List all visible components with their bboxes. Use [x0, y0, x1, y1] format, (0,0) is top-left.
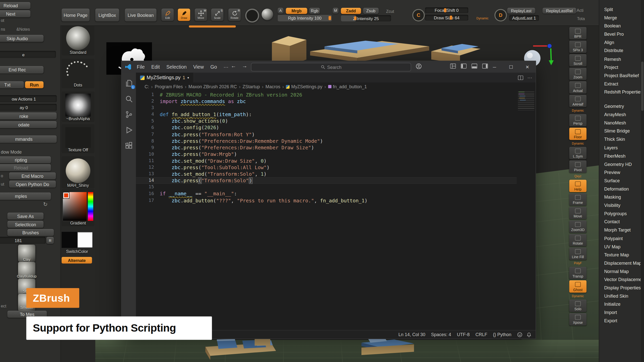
notifications-bell-icon[interactable] — [527, 332, 532, 337]
secondary-color-swatch[interactable] — [77, 232, 93, 248]
code-line[interactable]: 3 — [136, 105, 516, 111]
panel-menu-item[interactable]: Redshift Properties — [599, 88, 641, 96]
code-line[interactable]: 10 zbc.press("Draw:Mrgb") — [136, 151, 516, 158]
draw-size-slider[interactable]: Draw Size 64 — [425, 15, 468, 21]
zcut-button[interactable]: Zcut — [386, 9, 394, 14]
texture-selector[interactable]: Texture Off — [62, 124, 95, 153]
update-button[interactable]: odate — [0, 121, 57, 128]
code-line[interactable]: 12 zbc.press("Tool:SubTool:All Low") — [136, 164, 516, 171]
shelf-button[interactable]: BPR — [569, 27, 587, 39]
panel-menu-item[interactable]: Contact — [599, 218, 641, 226]
refresh-icon[interactable]: ↻ — [43, 201, 48, 207]
replay-last-button[interactable]: ReplayLast — [507, 8, 535, 14]
panel-menu-item[interactable]: ArrayMesh — [599, 110, 641, 119]
panel-menu-item[interactable]: Geometry — [599, 102, 641, 111]
code-editor[interactable]: 1# ZBRUSH MACRO - Recorded in ZBrush ver… — [136, 91, 536, 330]
panel-menu-item[interactable]: Thick Skin — [599, 135, 641, 144]
status-item[interactable]: Ln 14, Col 30 — [398, 332, 425, 337]
panel-menu-item[interactable]: Visibility — [599, 201, 641, 209]
switchcolor-label[interactable]: SwitchColor — [66, 249, 88, 254]
breadcrumb-item[interactable]: Program Files — [155, 84, 188, 89]
next-button[interactable]: Next — [0, 10, 30, 17]
menu-item[interactable]: Edit — [148, 63, 163, 70]
shelf-button[interactable]: AAHalf — [569, 95, 587, 107]
menu-item[interactable]: Selection — [164, 63, 189, 70]
reload-button[interactable]: Reload — [0, 2, 30, 9]
focal-shift-handle[interactable] — [444, 8, 447, 12]
partial-slider-e[interactable]: e — [0, 51, 56, 58]
panel-menu-item[interactable]: Distribute — [599, 47, 641, 55]
color-picker[interactable]: Gradient — [62, 189, 95, 226]
forward-arrow[interactable]: → — [242, 63, 247, 69]
txt-button[interactable]: Txt — [0, 81, 24, 88]
vscode-titlebar[interactable]: FileEditSelectionViewGo··· ← → Search ─ … — [122, 61, 536, 73]
code-line[interactable]: 7 zbc.press("Transform:Rot Y") — [136, 131, 516, 138]
actions-slider[interactable]: ow Actions 1 — [0, 95, 57, 102]
panel-menu-item[interactable]: Polypaint — [599, 234, 641, 242]
breadcrumb-item[interactable]: Maxon ZBrush 2026 RC — [188, 84, 243, 89]
shelf-button[interactable]: Dynamic — [569, 294, 587, 298]
panel-menu-item[interactable]: NanoMesh — [599, 119, 641, 127]
maximize-button[interactable]: ☐ — [503, 61, 519, 73]
lightbox-button[interactable]: LightBox — [95, 9, 119, 21]
rotate-tool-button[interactable]: R Rotate — [228, 9, 241, 21]
menu-item[interactable]: Go — [208, 63, 220, 70]
back-arrow[interactable]: ← — [231, 63, 236, 69]
code-line[interactable]: 5 zbc.show_actions(0) — [136, 118, 516, 124]
shelf-button[interactable]: Ghost — [569, 280, 587, 293]
shelf-button[interactable]: Zoom — [569, 68, 587, 80]
z-intensity-slider[interactable]: Z Intensity 25 — [341, 15, 391, 21]
code-line[interactable]: 4def fn_add_button_1(item_path): — [136, 111, 516, 118]
edit-tool-button[interactable]: Edit — [162, 9, 174, 21]
a-button[interactable]: A — [278, 8, 284, 14]
breadcrumb-item[interactable]: C: — [145, 84, 155, 89]
shelf-button[interactable]: Frame — [569, 193, 587, 206]
stroke-selector[interactable]: Dots — [62, 59, 95, 88]
status-item[interactable]: CRLF — [475, 332, 487, 337]
panel-menu-item[interactable]: Initialize — [599, 300, 641, 308]
close-button[interactable]: ✕ — [519, 61, 536, 73]
run-debug-icon[interactable] — [124, 125, 134, 135]
shelf-button[interactable]: Scroll — [569, 54, 587, 67]
m-button[interactable]: M — [333, 8, 338, 14]
minimap[interactable] — [518, 92, 534, 110]
shelf-button[interactable]: Move — [569, 207, 587, 219]
shelf-button[interactable]: Qxyz — [569, 174, 587, 178]
explorer-icon[interactable]: 1 — [124, 78, 134, 88]
home-page-button[interactable]: Home Page — [62, 9, 90, 21]
menu-item[interactable]: View — [190, 63, 207, 70]
panel-menu-item[interactable]: Split — [599, 5, 641, 14]
breadcrumb-item[interactable]: Macros — [265, 84, 286, 89]
status-item[interactable]: UTF-8 — [457, 332, 470, 337]
color-picker-area[interactable] — [63, 192, 93, 221]
code-line[interactable]: 2import zbrush.commands as zbc — [136, 98, 516, 105]
editor-tab[interactable]: MyZSettings.py 1 ● — [136, 73, 194, 82]
extensions-icon[interactable] — [124, 141, 134, 151]
code-line[interactable]: 1# ZBRUSH MACRO - Recorded in ZBrush ver… — [136, 92, 516, 98]
rgb-button[interactable]: Rgb — [309, 8, 320, 14]
shelf-button[interactable]: L.Sym — [569, 147, 587, 159]
draw-size-handle[interactable] — [450, 16, 452, 20]
status-item[interactable]: Spaces: 4 — [431, 332, 451, 337]
material-selector[interactable]: MAH_Shiny — [62, 156, 95, 188]
code-line[interactable]: 16if __name__ == "__main__": — [136, 191, 516, 197]
shelf-button[interactable]: Actual — [569, 81, 587, 94]
end-macro-button[interactable]: End Macro — [9, 172, 56, 179]
panel-menu-item[interactable]: Remesh — [599, 55, 641, 63]
samples-button[interactable]: mples — [0, 193, 51, 200]
panel-menu-item[interactable]: Project BasRelief — [599, 71, 641, 80]
mrgb-button[interactable]: Mrgb — [286, 8, 307, 14]
toolbar-scroll-indicator[interactable] — [189, 25, 236, 27]
shelf-button[interactable]: Solo — [569, 300, 587, 312]
draw-tool-button[interactable]: Draw — [178, 9, 190, 21]
shelf-button[interactable]: Xpose — [569, 313, 587, 326]
breadcrumb-item[interactable]: MyZSettings.py — [286, 84, 328, 89]
save-as-button[interactable]: Save As — [7, 213, 44, 220]
panel-menu-item[interactable]: Deformation — [599, 185, 641, 193]
code-line[interactable]: 17 zbc.add_button("???", "Press to run t… — [136, 197, 516, 204]
shelf-button[interactable]: Rotate — [569, 234, 587, 246]
zadd-button[interactable]: Zadd — [341, 8, 361, 14]
source-control-icon[interactable] — [124, 110, 134, 119]
menu-item[interactable]: File — [134, 63, 147, 70]
panel-menu-item[interactable]: Merge — [599, 14, 641, 22]
